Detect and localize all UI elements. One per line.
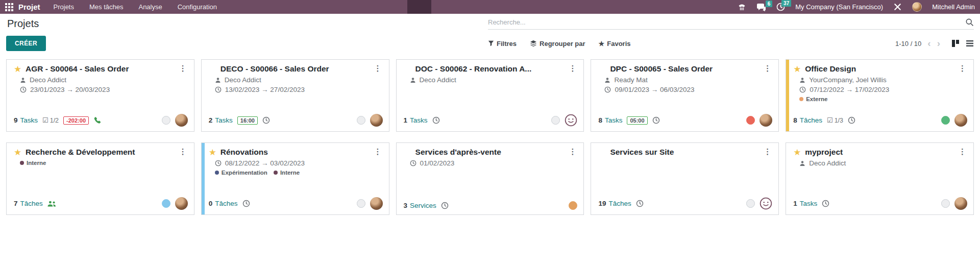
activity-status-dot[interactable] (162, 116, 170, 125)
activity-status-dot[interactable] (941, 116, 950, 125)
activity-status-dot[interactable] (162, 199, 170, 208)
kebab-menu-icon[interactable]: ⋮ (958, 64, 967, 72)
card-title[interactable]: Services sur Site (610, 148, 760, 157)
assignee-avatar[interactable] (175, 197, 188, 210)
project-card[interactable]: ★ DECO - S00066 - Sales Order ⋮ Deco Add… (201, 59, 389, 132)
task-count: 1 (793, 200, 797, 207)
favorites-star-icon: ★ (599, 40, 605, 47)
assignee-avatar[interactable] (954, 114, 967, 127)
clock-icon (848, 116, 855, 124)
activity-status-dot[interactable] (746, 199, 755, 208)
kebab-menu-icon[interactable]: ⋮ (763, 148, 772, 155)
activity-status-dot[interactable] (746, 116, 755, 125)
task-count-label[interactable]: Tâches (608, 200, 631, 207)
activity-status-dot[interactable] (569, 201, 577, 210)
kebab-menu-icon[interactable]: ⋮ (568, 148, 577, 155)
task-count-label[interactable]: Tâches (215, 200, 237, 207)
chat-icon[interactable]: 6 (756, 3, 766, 11)
favorite-star-icon[interactable]: ★ (14, 148, 22, 157)
menu-mes-taches[interactable]: Mes tâches (89, 3, 123, 11)
activity-status-dot[interactable] (551, 116, 560, 125)
task-count-label[interactable]: Tâches (800, 116, 822, 124)
kanban-view-icon[interactable] (951, 39, 960, 47)
kebab-menu-icon[interactable]: ⋮ (373, 148, 383, 155)
assignee-avatar[interactable] (370, 114, 383, 127)
project-card[interactable]: ★ Recherche & Développement ⋮ Interne 7 … (6, 142, 194, 215)
assignee-avatar[interactable] (760, 114, 772, 127)
menu-configuration[interactable]: Configuration (178, 3, 217, 11)
activity-clock-icon[interactable]: 37 (776, 3, 785, 11)
assignee-avatar[interactable] (954, 197, 967, 210)
clock-icon (636, 200, 644, 207)
filters-button[interactable]: Filtres (488, 40, 517, 47)
project-card[interactable]: ★ myproject ⋮ Deco Addict 1 Tasks (786, 142, 974, 215)
tag-label: Interne (27, 160, 46, 166)
favorite-star-icon[interactable]: ★ (14, 64, 22, 74)
task-count-label[interactable]: Tasks (800, 200, 818, 207)
assignee-avatar[interactable] (565, 114, 577, 127)
project-card[interactable]: ★ DOC - S00062 - Renovation A... ⋮ Deco … (396, 59, 584, 132)
favorite-star-icon[interactable]: ★ (793, 64, 802, 74)
breadcrumb-row: Projets (0, 14, 980, 30)
task-count-label[interactable]: Services (410, 202, 436, 209)
card-title[interactable]: Office Design (805, 64, 954, 74)
kebab-menu-icon[interactable]: ⋮ (178, 64, 188, 72)
project-card[interactable]: ★ AGR - S00064 - Sales Order ⋮ Deco Addi… (6, 59, 194, 132)
task-count-label[interactable]: Tasks (410, 116, 428, 124)
tag-color-dot (215, 171, 219, 175)
user-name[interactable]: Mitchell Admin (932, 3, 975, 11)
project-card[interactable]: ★ Services d'après-vente ⋮ 01/02/2023 3 … (396, 142, 584, 215)
favorites-button[interactable]: ★ Favoris (599, 40, 631, 47)
pager-next-icon[interactable]: › (937, 40, 940, 47)
favorite-star-icon[interactable]: ★ (793, 148, 802, 157)
voip-phone-icon[interactable] (738, 3, 746, 11)
menu-analyse[interactable]: Analyse (138, 3, 162, 11)
search-input[interactable] (488, 18, 965, 26)
card-title[interactable]: DPC - S00065 - Sales Order (610, 64, 760, 74)
task-count-label[interactable]: Tasks (605, 116, 623, 124)
card-title[interactable]: Recherche & Développement (26, 148, 175, 157)
app-name[interactable]: Projet (18, 3, 40, 11)
task-count-label[interactable]: Tâches (20, 200, 43, 207)
kebab-menu-icon[interactable]: ⋮ (958, 148, 967, 155)
activity-status-dot[interactable] (357, 116, 365, 125)
clock-icon (262, 116, 270, 124)
kebab-menu-icon[interactable]: ⋮ (763, 64, 772, 72)
kebab-menu-icon[interactable]: ⋮ (373, 64, 383, 72)
person-icon (215, 77, 221, 83)
company-switcher[interactable]: My Company (San Francisco) (795, 3, 883, 11)
card-title[interactable]: Rénovations (220, 148, 370, 157)
search-icon[interactable] (965, 18, 974, 27)
task-count-label[interactable]: Tasks (20, 116, 38, 124)
menu-projets[interactable]: Projets (54, 3, 74, 11)
card-title[interactable]: Services d'après-vente (415, 148, 565, 157)
task-count: 0 (209, 200, 213, 207)
project-card[interactable]: ★ DPC - S00065 - Sales Order ⋮ Ready Mat… (591, 59, 779, 132)
date-range: 08/12/2022 → 03/02/2023 (225, 159, 305, 167)
create-button[interactable]: CRÉER (6, 36, 46, 51)
debug-tools-icon[interactable] (893, 3, 902, 11)
assignee-avatar[interactable] (760, 197, 772, 210)
pager-prev-icon[interactable]: ‹ (927, 40, 930, 47)
kebab-menu-icon[interactable]: ⋮ (178, 148, 188, 155)
task-count-label[interactable]: Tasks (215, 116, 233, 124)
list-view-icon[interactable] (966, 39, 974, 47)
card-title[interactable]: AGR - S00064 - Sales Order (26, 64, 175, 74)
group-by-button[interactable]: Regrouper par (530, 40, 585, 47)
kebab-menu-icon[interactable]: ⋮ (568, 64, 577, 72)
project-card[interactable]: ★ Services sur Site ⋮ 19 Tâches (591, 142, 779, 215)
task-count: 8 (793, 116, 797, 124)
activity-status-dot[interactable] (941, 199, 950, 208)
card-title[interactable]: myproject (805, 148, 954, 157)
card-title[interactable]: DOC - S00062 - Renovation A... (415, 64, 565, 74)
apps-grid-icon[interactable] (5, 3, 13, 11)
user-avatar[interactable] (912, 2, 922, 12)
project-card[interactable]: ★ Rénovations ⋮ 08/12/2022 → 03/02/2023 … (201, 142, 389, 215)
card-color-stripe (202, 143, 205, 214)
assignee-avatar[interactable] (370, 197, 383, 210)
activity-status-dot[interactable] (357, 199, 365, 208)
project-card[interactable]: ★ Office Design ⋮ YourCompany, Joel Will… (786, 59, 974, 132)
card-title[interactable]: DECO - S00066 - Sales Order (220, 64, 370, 74)
favorite-star-icon[interactable]: ★ (209, 148, 217, 157)
assignee-avatar[interactable] (175, 114, 188, 127)
